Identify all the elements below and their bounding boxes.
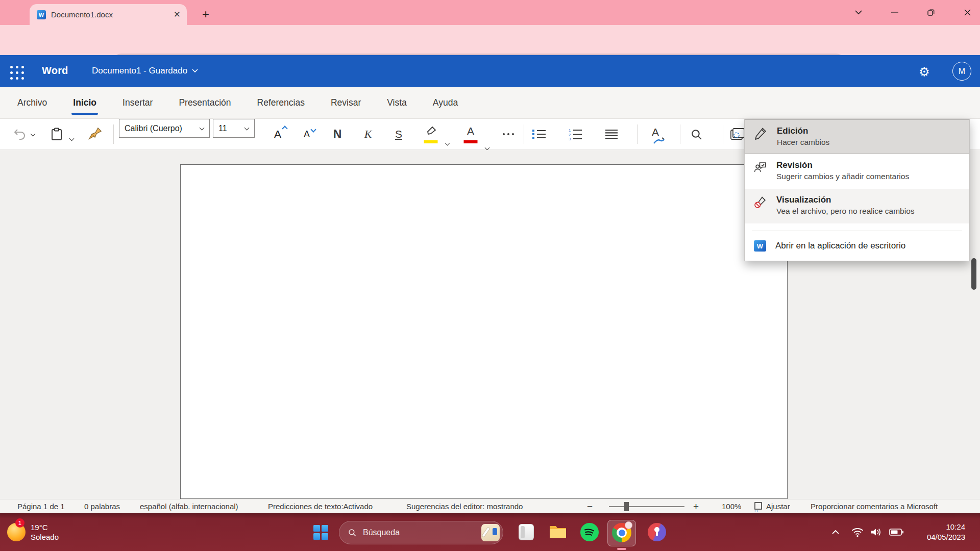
- start-button[interactable]: [313, 525, 328, 540]
- tab-close-icon[interactable]: ✕: [174, 10, 181, 19]
- zoom-level[interactable]: 100%: [722, 499, 741, 513]
- reviewer-comment-icon: [754, 160, 767, 189]
- browser-tab[interactable]: W Documento1.docx ✕: [30, 4, 187, 25]
- minimize-button[interactable]: [886, 5, 903, 19]
- tab-title: Documento1.docx: [51, 10, 174, 19]
- browser-tab-bar: W Documento1.docx ✕ +: [0, 0, 980, 25]
- paste-menu-chevron-icon[interactable]: [69, 137, 74, 141]
- font-color-button[interactable]: A: [459, 119, 482, 149]
- menu-item-revision[interactable]: Revisión Sugerir cambios y añadir coment…: [745, 154, 969, 189]
- fit-to-page-button[interactable]: ↔ Ajustar: [754, 499, 790, 513]
- app-icon-window[interactable]: [517, 522, 536, 542]
- more-formatting-icon[interactable]: [499, 119, 518, 149]
- chrome-taskbar-button[interactable]: [607, 520, 636, 546]
- status-bar: Página 1 de 1 0 palabras español (alfab.…: [0, 499, 980, 513]
- active-app-indicator: [617, 548, 626, 550]
- tab-inicio[interactable]: Inicio: [72, 97, 97, 108]
- svg-text:3: 3: [569, 137, 571, 140]
- feedback-link[interactable]: Proporcionar comentarios a Microsoft: [811, 499, 938, 513]
- pencil-icon: [754, 126, 768, 154]
- align-justify-icon[interactable]: [602, 119, 621, 149]
- zoom-slider-track[interactable]: [609, 506, 684, 507]
- wifi-icon[interactable]: [849, 522, 866, 542]
- menu-item-visualizacion[interactable]: Visualización Vea el archivo, pero no re…: [745, 189, 969, 223]
- tray-chevron-up-icon[interactable]: [828, 522, 843, 542]
- account-avatar[interactable]: M: [952, 62, 971, 81]
- find-icon[interactable]: [687, 119, 705, 149]
- editor-pane-icon[interactable]: [730, 119, 745, 149]
- taskbar: 19°C Soleado 1 Búsqueda 10:24 04/05/20: [0, 513, 980, 551]
- battery-icon[interactable]: [887, 522, 905, 542]
- zoom-slider-thumb[interactable]: [624, 502, 629, 511]
- menu-item-edicion[interactable]: Edición Hacer cambios: [745, 119, 969, 154]
- settings-gear-icon[interactable]: ⚙: [919, 65, 930, 79]
- document-page[interactable]: [180, 164, 788, 499]
- windows-logo-icon: [313, 525, 328, 540]
- caret-up-icon: [283, 127, 287, 131]
- caret-down-icon: [311, 128, 315, 132]
- styles-icon[interactable]: A: [644, 119, 667, 149]
- numbered-list-icon[interactable]: 1 2 3: [566, 119, 585, 149]
- tab-vista[interactable]: Vista: [386, 97, 407, 108]
- ribbon-tab-row: Archivo Inicio Insertar Presentación Ref…: [0, 87, 980, 119]
- format-painter-icon[interactable]: [87, 119, 104, 149]
- tab-ayuda[interactable]: Ayuda: [432, 97, 458, 108]
- file-explorer-icon[interactable]: [548, 522, 568, 542]
- undo-icon[interactable]: [12, 119, 28, 149]
- tab-search-chevron-icon[interactable]: [850, 5, 867, 19]
- font-size-select[interactable]: 11: [213, 119, 255, 138]
- new-tab-button[interactable]: +: [202, 8, 209, 20]
- app-launcher-icon[interactable]: [10, 66, 24, 80]
- view-only-icon: [754, 194, 767, 223]
- page-count[interactable]: Página 1 de 1: [17, 499, 65, 513]
- taskbar-clock[interactable]: 10:24 04/05/2023: [927, 522, 965, 542]
- shrink-font-button[interactable]: A: [296, 119, 317, 149]
- word-favicon: W: [37, 10, 46, 19]
- vertical-scrollbar[interactable]: [971, 258, 976, 290]
- tab-revisar[interactable]: Revisar: [330, 97, 361, 108]
- text-predictions-status[interactable]: Predicciones de texto:Activado: [268, 499, 373, 513]
- chevron-down-icon: [192, 69, 198, 73]
- spotify-icon[interactable]: [580, 522, 599, 542]
- weather-widget[interactable]: 19°C Soleado: [7, 522, 59, 542]
- tab-insertar[interactable]: Insertar: [122, 97, 153, 108]
- underline-button[interactable]: S: [389, 119, 408, 149]
- language-status[interactable]: español (alfab. internacional): [140, 499, 238, 513]
- close-window-button[interactable]: [959, 5, 976, 19]
- grow-font-button[interactable]: A: [267, 119, 288, 149]
- word-logo-icon: W: [754, 240, 766, 252]
- highlight-menu-chevron-icon[interactable]: [445, 141, 450, 146]
- taskbar-search-box[interactable]: Búsqueda: [339, 521, 503, 544]
- date: 04/05/2023: [927, 532, 965, 542]
- chevron-down-icon: [200, 126, 204, 131]
- italic-button[interactable]: K: [359, 119, 377, 149]
- volume-icon[interactable]: [868, 522, 884, 542]
- tab-archivo[interactable]: Archivo: [17, 97, 47, 108]
- paste-clipboard-icon[interactable]: [49, 119, 64, 149]
- editing-mode-menu: Edición Hacer cambios Revisión Sugerir c…: [744, 119, 970, 261]
- zoom-in-button[interactable]: +: [693, 499, 699, 513]
- bullet-list-icon[interactable]: [530, 119, 548, 149]
- bold-button[interactable]: N: [328, 119, 347, 149]
- editor-suggestions-status[interactable]: Sugerencias del editor: mostrando: [406, 499, 523, 513]
- highlight-button[interactable]: [420, 119, 442, 149]
- document-title[interactable]: Documento1 - Guardado: [92, 66, 198, 76]
- tab-referencias[interactable]: Referencias: [257, 97, 305, 108]
- chrome-icon: [612, 523, 631, 542]
- word-app-name[interactable]: Word: [42, 65, 68, 77]
- undo-menu-chevron-icon[interactable]: [31, 132, 35, 137]
- password-manager-icon[interactable]: [647, 522, 667, 542]
- taskbar-condition: Soleado: [31, 532, 59, 542]
- restore-button[interactable]: [922, 5, 940, 19]
- fit-page-icon: ↔: [754, 502, 763, 511]
- taskbar-temperature: 19°C: [31, 522, 59, 532]
- word-count[interactable]: 0 palabras: [84, 499, 120, 513]
- font-name-select[interactable]: Calibri (Cuerpo): [119, 119, 210, 138]
- chrome-notification-dot: [625, 521, 632, 529]
- zoom-out-button[interactable]: −: [587, 499, 593, 513]
- time: 10:24: [927, 522, 965, 532]
- tab-presentacion[interactable]: Presentación: [178, 97, 231, 108]
- notification-badge: 1: [15, 518, 24, 528]
- menu-item-open-desktop[interactable]: W Abrir en la aplicación de escritorio: [745, 231, 969, 261]
- word-header: Word Documento1 - Guardado ⚙ M: [0, 55, 980, 87]
